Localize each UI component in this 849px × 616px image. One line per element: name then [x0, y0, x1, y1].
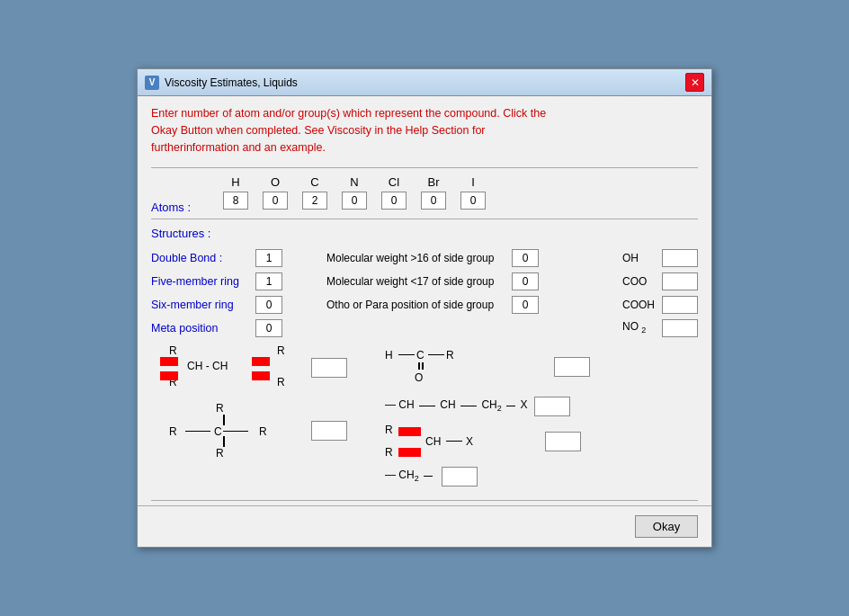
atom-col-C: C	[302, 175, 327, 210]
hco-hline2	[428, 354, 444, 356]
mw-gt16-label: Molecular weight >16 of side group	[326, 252, 506, 264]
branch-R-top: R	[216, 402, 224, 415]
left-diagram-col: R CH - CH R R	[151, 344, 371, 487]
oh-groups: OH COO COOH NO 2	[622, 249, 698, 337]
ch-ch-diagram-row: R CH - CH R R	[151, 344, 371, 391]
oh-input[interactable]	[662, 249, 698, 267]
atom-input-O[interactable]	[263, 192, 288, 210]
hco-vline1	[418, 362, 420, 370]
close-button[interactable]: ✕	[685, 73, 704, 92]
ch-chain-diagram-row: — CH CH CH2 X	[385, 397, 698, 416]
atom-col-H: H	[223, 175, 248, 210]
atom-col-O: O	[263, 175, 288, 210]
no2-input[interactable]	[662, 319, 698, 337]
chain-line3	[506, 406, 515, 407]
meta-position-label: Meta position	[151, 322, 250, 335]
mw-lt17-label: Molecular weight <17 of side group	[326, 275, 506, 288]
atom-input-N[interactable]	[342, 192, 367, 210]
atom-header-H: H	[225, 175, 246, 189]
window-title: Viscosity Estimates, Liquids	[165, 76, 685, 89]
c-branch-input[interactable]	[311, 421, 347, 441]
oh-row: OH	[622, 249, 698, 267]
ch-x-diagram-row: R CH X R	[385, 424, 698, 460]
hco-input[interactable]	[554, 357, 590, 377]
six-member-label: Six-member ring	[151, 299, 250, 311]
double-bond-label: Double Bond :	[151, 252, 250, 264]
ch-ch-R2: R	[277, 344, 285, 357]
mw-gt16-row: Molecular weight >16 of side group	[326, 249, 613, 267]
hco-diagram: H C R O	[385, 344, 547, 389]
atom-header-N: N	[344, 175, 365, 189]
ch2-input[interactable]	[442, 467, 478, 487]
ch-chain-input[interactable]	[534, 397, 570, 416]
hco-H: H	[385, 349, 393, 362]
mw-lt17-input[interactable]	[512, 272, 539, 290]
branch-vline-bottom	[223, 436, 225, 447]
no2-row: NO 2	[622, 319, 698, 337]
chx-red1	[398, 427, 421, 436]
six-member-input[interactable]	[255, 296, 282, 314]
divider-bottom	[151, 500, 698, 501]
hco-O: O	[415, 371, 423, 384]
chx-CH: CH	[425, 435, 441, 448]
right-diagram-col: H C R O	[385, 344, 698, 487]
okay-button[interactable]: Okay	[635, 515, 698, 538]
ch-ch-R1: R	[169, 344, 177, 357]
chx-red2	[398, 448, 421, 457]
branch-hline-left	[185, 431, 210, 433]
branch-R-bottom: R	[216, 447, 224, 460]
ch2-diagram: — CH2	[385, 469, 434, 483]
coo-input[interactable]	[662, 272, 698, 290]
red-block-1	[160, 357, 178, 366]
atom-col-I: I	[460, 175, 486, 210]
atom-col-Br: Br	[421, 175, 446, 210]
bottom-bar: Okay	[138, 505, 711, 547]
coo-label: COO	[622, 275, 657, 288]
no2-label: NO 2	[622, 320, 657, 335]
hco-hline1	[398, 354, 415, 356]
left-params: Double Bond : Five-member ring Six-membe…	[151, 249, 317, 337]
ch-chain-diagram: — CH CH CH2 X	[385, 398, 527, 413]
mw-gt16-input[interactable]	[512, 249, 539, 267]
meta-position-input[interactable]	[255, 319, 282, 337]
chain-line1	[419, 406, 435, 407]
cooh-input[interactable]	[662, 296, 698, 314]
chx-X: X	[466, 435, 473, 448]
ch-ch-input[interactable]	[311, 358, 347, 378]
atom-input-H[interactable]	[223, 192, 248, 210]
atom-header-C: C	[304, 175, 326, 189]
instructions-text: Enter number of atom and/or group(s) whi…	[151, 105, 698, 156]
atom-input-Cl[interactable]	[381, 192, 407, 210]
structures-label: Structures :	[151, 227, 698, 240]
structures-section: Structures : Double Bond : Five-member r…	[151, 219, 698, 487]
ortho-para-row: Otho or Para position of side group	[326, 296, 613, 314]
c-branch-diagram-row: R R C R	[151, 402, 371, 460]
atom-header-Cl: Cl	[383, 175, 405, 189]
chx-hline	[446, 441, 462, 442]
ch-x-input[interactable]	[545, 432, 581, 451]
params-area: Double Bond : Five-member ring Six-membe…	[151, 249, 698, 337]
hco-diagram-row: H C R O	[385, 344, 698, 389]
atoms-section: Atoms : H O C	[151, 175, 698, 214]
window-icon: V	[145, 76, 159, 90]
atom-input-C[interactable]	[302, 192, 327, 210]
ch-ch-diagram: R CH - CH R R	[151, 344, 304, 391]
chain-line2	[460, 406, 477, 407]
atom-input-I[interactable]	[460, 192, 486, 210]
hco-R: R	[446, 349, 454, 362]
coo-row: COO	[622, 272, 698, 290]
atoms-inputs-group: H O C N	[214, 175, 486, 212]
branch-vline-top	[223, 415, 225, 425]
atom-col-Cl: Cl	[381, 175, 407, 210]
hco-vline2	[422, 362, 424, 370]
double-bond-input[interactable]	[255, 249, 282, 267]
ch-ch-R4: R	[277, 376, 285, 388]
five-member-input[interactable]	[255, 272, 282, 290]
chx-R2: R	[385, 446, 393, 459]
atom-input-Br[interactable]	[421, 192, 446, 210]
chx-R1: R	[385, 424, 393, 436]
ortho-para-input[interactable]	[512, 296, 539, 314]
hco-C: C	[416, 349, 424, 362]
window-content: Enter number of atom and/or group(s) whi…	[138, 96, 711, 499]
title-bar: V Viscosity Estimates, Liquids ✕	[138, 69, 711, 96]
